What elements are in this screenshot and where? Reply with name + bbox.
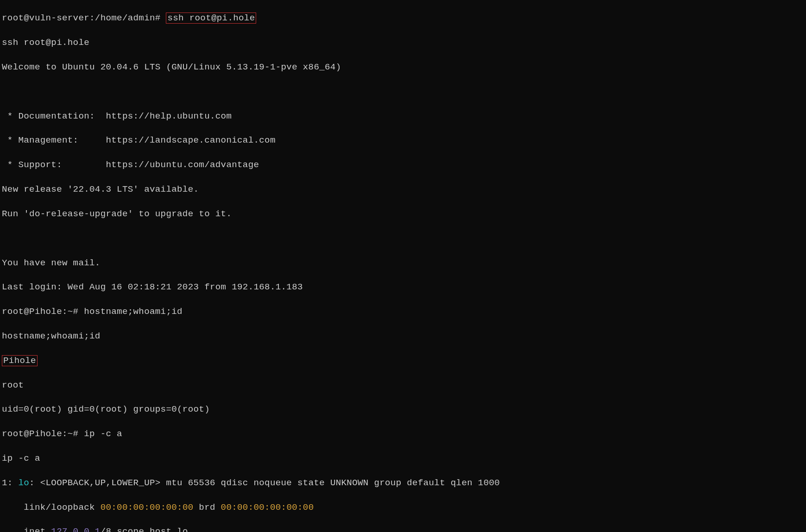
iface-lo-link: link/loopback 00:00:00:00:00:00 brd 00:0… [2,501,804,513]
shell-prompt: root@Pihole:~# [2,307,84,317]
iface-name: lo [18,478,29,488]
blank-line [2,232,804,244]
release-avail: New release '22.04.3 LTS' available. [2,183,804,195]
terminal-window[interactable]: root@vuln-server:/home/admin# ssh root@p… [0,0,806,532]
motd-doc: * Documentation: https://help.ubuntu.com [2,110,804,122]
shell-prompt: root@Pihole:~# [2,429,84,439]
blank-line [2,86,804,98]
entered-cmd: ip -c a [84,429,122,439]
echo-line: hostname;whoami;id [2,330,804,342]
release-upgrade-hint: Run 'do-release-upgrade' to upgrade to i… [2,208,804,220]
mac-addr: 00:00:00:00:00:00 [101,502,194,513]
whoami-output: root [2,379,804,391]
entered-cmd: hostname;whoami;id [84,307,183,317]
shell-prompt: root@vuln-server:/home/admin# [2,13,166,23]
iface-lo-inet: inet 127.0.0.1/8 scope host lo [2,526,804,532]
last-login: Last login: Wed Aug 16 02:18:21 2023 fro… [2,281,804,293]
iface-lo-header: 1: lo: <LOOPBACK,UP,LOWER_UP> mtu 65536 … [2,477,804,489]
prompt-line-1: root@vuln-server:/home/admin# ssh root@p… [2,12,804,24]
highlighted-cmd-ssh: ssh root@pi.hole [166,13,256,24]
mac-brd: 00:00:00:00:00:00 [221,502,314,513]
echo-line: ssh root@pi.hole [2,37,804,49]
motd-welcome: Welcome to Ubuntu 20.04.6 LTS (GNU/Linux… [2,61,804,73]
motd-management: * Management: https://landscape.canonica… [2,134,804,146]
mail-notice: You have new mail. [2,257,804,269]
highlighted-hostname: Pihole [2,355,38,366]
prompt-line-3: root@Pihole:~# ip -c a [2,428,804,440]
echo-line: ip -c a [2,452,804,464]
motd-support: * Support: https://ubuntu.com/advantage [2,159,804,171]
ip-addr: 127.0.0.1 [51,526,100,532]
prompt-line-2: root@Pihole:~# hostname;whoami;id [2,306,804,318]
hostname-output: Pihole [2,355,804,367]
id-output: uid=0(root) gid=0(root) groups=0(root) [2,403,804,415]
